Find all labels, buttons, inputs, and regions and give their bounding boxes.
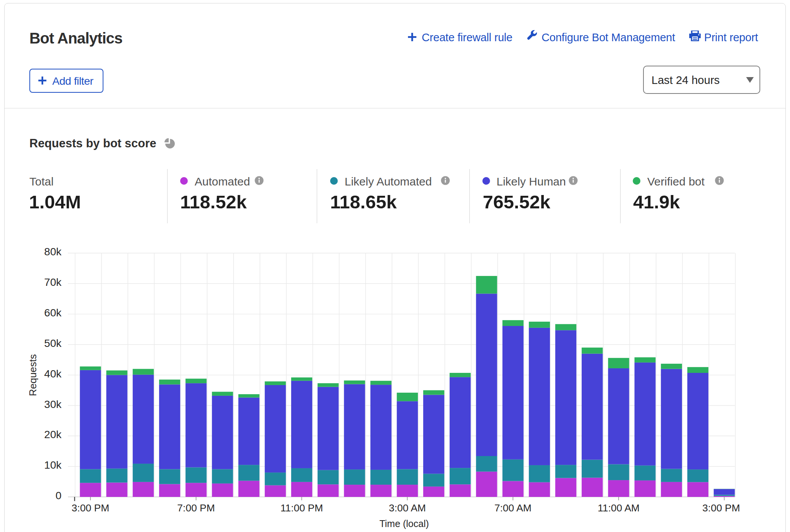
svg-text:11:00 PM: 11:00 PM	[281, 502, 323, 514]
svg-text:50k: 50k	[44, 337, 62, 349]
svg-text:0: 0	[55, 490, 61, 501]
svg-text:11:00 AM: 11:00 AM	[598, 502, 640, 514]
svg-text:60k: 60k	[44, 307, 62, 319]
svg-text:3:00 PM: 3:00 PM	[72, 502, 110, 514]
svg-text:10k: 10k	[44, 459, 62, 471]
svg-text:7:00 AM: 7:00 AM	[494, 502, 531, 514]
svg-text:Requests: Requests	[27, 354, 39, 396]
svg-text:Time (local): Time (local)	[379, 518, 429, 529]
svg-text:80k: 80k	[44, 246, 62, 258]
svg-text:7:00 PM: 7:00 PM	[177, 502, 215, 514]
svg-text:20k: 20k	[44, 429, 62, 440]
svg-text:70k: 70k	[44, 276, 62, 288]
svg-text:3:00 AM: 3:00 AM	[389, 502, 426, 514]
svg-text:3:00 PM: 3:00 PM	[702, 502, 740, 514]
svg-text:40k: 40k	[44, 368, 62, 380]
svg-text:30k: 30k	[44, 398, 62, 410]
